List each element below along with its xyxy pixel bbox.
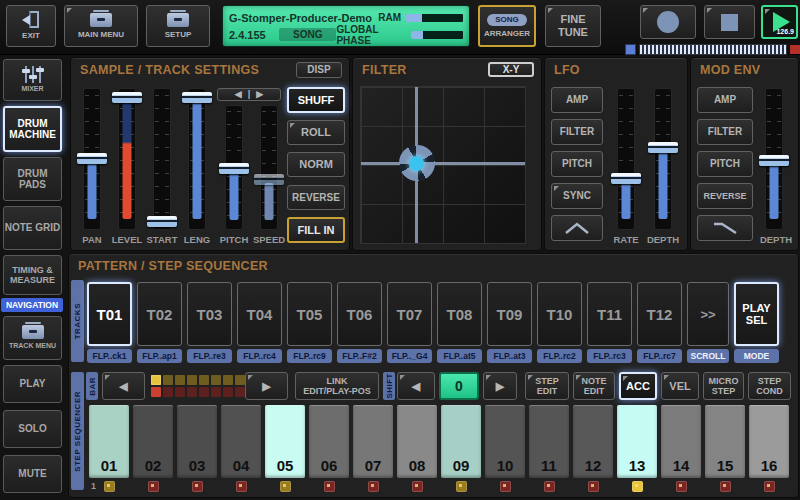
fine-tune-button[interactable]: FINE TUNE: [545, 5, 601, 47]
track-button-t10[interactable]: T10: [537, 282, 582, 346]
slider-handle[interactable]: [254, 174, 284, 185]
slider-handle[interactable]: [77, 153, 107, 164]
step-button-12[interactable]: 12: [573, 405, 613, 478]
modenv-shape-button[interactable]: [697, 215, 753, 241]
track-file-chip[interactable]: FLP..at3: [487, 349, 532, 363]
track-button-t06[interactable]: T06: [337, 282, 382, 346]
step-button-04[interactable]: 04: [221, 405, 261, 478]
track-file-chip[interactable]: FLP..rc2: [537, 349, 582, 363]
step-button-01[interactable]: 01: [89, 405, 129, 478]
sidebar-item-timing-measure[interactable]: TIMING & MEASURE: [3, 255, 62, 295]
record-button[interactable]: [640, 5, 696, 39]
shift-left-button[interactable]: ◀: [397, 372, 435, 400]
sidebar-item-play[interactable]: PLAY: [3, 365, 62, 403]
xy-mode-button[interactable]: X-Y: [488, 62, 534, 77]
step-button-08[interactable]: 08: [397, 405, 437, 478]
reverse-button[interactable]: REVERSE: [287, 185, 345, 210]
step-button-14[interactable]: 14: [661, 405, 701, 478]
slider-handle[interactable]: [182, 92, 212, 103]
acc-button[interactable]: ACC: [619, 372, 657, 400]
pitch-slider[interactable]: [217, 105, 251, 230]
link-edit-play-pos-button[interactable]: LINKEDIT/PLAY-POS: [295, 372, 379, 400]
step-button-06[interactable]: 06: [309, 405, 349, 478]
stop-button[interactable]: [704, 5, 755, 39]
sidebar-item-track-menu[interactable]: TRACK MENU: [3, 316, 62, 360]
step-button-15[interactable]: 15: [705, 405, 745, 478]
track-button-t04[interactable]: T04: [237, 282, 282, 346]
roll-button[interactable]: ROLL: [287, 120, 345, 145]
play-sel-mode-button[interactable]: PLAY SEL: [734, 282, 779, 346]
leng-slider[interactable]: [180, 88, 214, 230]
track-file-chip[interactable]: FLP.._G4: [387, 349, 432, 363]
lfo-filter-button[interactable]: FILTER: [551, 119, 603, 145]
step-button-09[interactable]: 09: [441, 405, 481, 478]
track-file-chip[interactable]: FLP..re3: [187, 349, 232, 363]
sidebar-item-mute[interactable]: MUTE: [3, 455, 62, 493]
sidebar-item-mixer[interactable]: MIXER: [3, 59, 62, 101]
track-button-t03[interactable]: T03: [187, 282, 232, 346]
setup-button[interactable]: SETUP: [146, 5, 210, 47]
modenv-pitch-button[interactable]: PITCH: [697, 151, 753, 177]
track-button-t09[interactable]: T09: [487, 282, 532, 346]
bar-prev-button[interactable]: ◀: [102, 372, 145, 400]
sidebar-item-drum-machine[interactable]: DRUM MACHINE: [3, 106, 62, 152]
track-button-t12[interactable]: T12: [637, 282, 682, 346]
track-file-chip[interactable]: FLP..ap1: [137, 349, 182, 363]
track-button-t08[interactable]: T08: [437, 282, 482, 346]
step-button-07[interactable]: 07: [353, 405, 393, 478]
step-button-13[interactable]: 13: [617, 405, 657, 478]
fill-in-button[interactable]: FILL IN: [287, 217, 345, 243]
lfo-rate-slider[interactable]: [609, 88, 643, 230]
disp-button[interactable]: DISP: [296, 62, 342, 78]
speed-slider[interactable]: [252, 105, 286, 230]
bar-indicator-grid[interactable]: [151, 375, 245, 397]
step-button-16[interactable]: 16: [749, 405, 789, 478]
track-file-chip[interactable]: FLP..ck1: [87, 349, 132, 363]
track-file-chip[interactable]: FLP..rc7: [637, 349, 682, 363]
lfo-waveform-button[interactable]: [551, 215, 603, 241]
modenv-reverse-button[interactable]: REVERSE: [697, 183, 753, 209]
song-progress-bar[interactable]: [625, 44, 800, 55]
lfo-sync-button[interactable]: SYNC: [551, 183, 603, 209]
step-button-10[interactable]: 10: [485, 405, 525, 478]
step-edit-button[interactable]: STEP EDIT: [525, 372, 569, 400]
track-file-chip[interactable]: FLP..rc4: [237, 349, 282, 363]
norm-button[interactable]: NORM: [287, 152, 345, 177]
slider-handle[interactable]: [611, 173, 641, 184]
play-button[interactable]: 126.9: [761, 5, 798, 39]
display-mode-badge[interactable]: SONG: [279, 28, 336, 41]
pan-slider[interactable]: [75, 88, 109, 230]
micro-step-button[interactable]: MICRO STEP: [703, 372, 744, 400]
start-slider[interactable]: [145, 88, 179, 230]
step-button-03[interactable]: 03: [177, 405, 217, 478]
note-edit-button[interactable]: NOTE EDIT: [573, 372, 615, 400]
step-button-02[interactable]: 02: [133, 405, 173, 478]
step-button-11[interactable]: 11: [529, 405, 569, 478]
track-scroll-button[interactable]: >>: [687, 282, 729, 346]
track-file-chip[interactable]: FLP..rc3: [587, 349, 632, 363]
lfo-depth-slider[interactable]: [646, 88, 680, 230]
sample-page-arrows[interactable]: ◀ | ▶: [217, 88, 281, 101]
sidebar-item-note-grid[interactable]: NOTE GRID: [3, 206, 62, 250]
track-button-t07[interactable]: T07: [387, 282, 432, 346]
sidebar-item-drum-pads[interactable]: DRUM PADS: [3, 157, 62, 201]
track-button-t05[interactable]: T05: [287, 282, 332, 346]
modenv-filter-button[interactable]: FILTER: [697, 119, 753, 145]
main-menu-button[interactable]: MAIN MENU: [64, 5, 138, 47]
step-button-05[interactable]: 05: [265, 405, 305, 478]
level-slider[interactable]: [110, 88, 144, 230]
slider-handle[interactable]: [219, 163, 249, 174]
track-file-chip[interactable]: FLP..at5: [437, 349, 482, 363]
slider-handle[interactable]: [759, 155, 789, 166]
shift-right-button[interactable]: ▶: [483, 372, 517, 400]
slider-handle[interactable]: [648, 142, 678, 153]
track-button-t02[interactable]: T02: [137, 282, 182, 346]
track-button-t01[interactable]: T01: [87, 282, 132, 346]
song-arranger-button[interactable]: SONG ARRANGER: [478, 5, 536, 47]
track-file-chip[interactable]: FLP..F#2: [337, 349, 382, 363]
lfo-pitch-button[interactable]: PITCH: [551, 151, 603, 177]
slider-handle[interactable]: [147, 216, 177, 227]
step-cond-button[interactable]: STEP COND: [748, 372, 791, 400]
sidebar-item-solo[interactable]: SOLO: [3, 410, 62, 448]
track-file-chip[interactable]: FLP..rc9: [287, 349, 332, 363]
